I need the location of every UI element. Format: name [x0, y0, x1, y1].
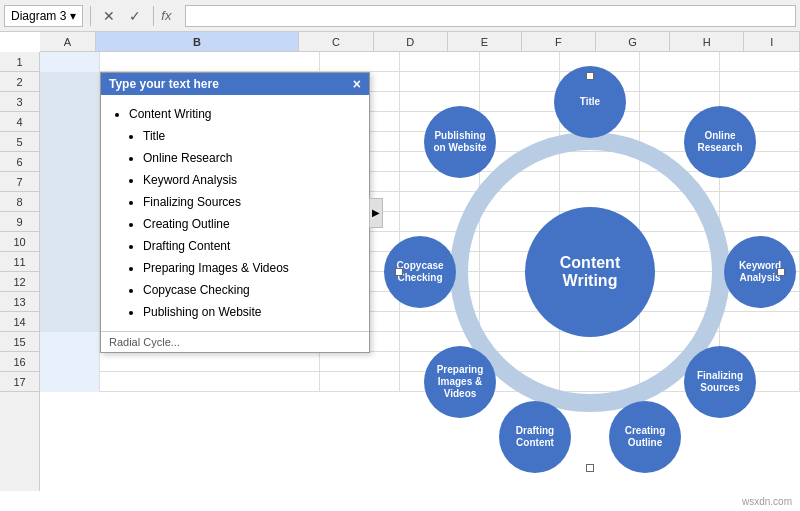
table-cell[interactable]	[100, 52, 320, 72]
node-online-research[interactable]: OnlineResearch	[684, 106, 756, 178]
formula-bar[interactable]	[185, 5, 796, 27]
table-cell[interactable]	[100, 372, 320, 392]
row-num-4[interactable]: 4	[0, 112, 39, 132]
row-num-15[interactable]: 15	[0, 332, 39, 352]
toolbar-separator-2	[153, 6, 154, 26]
row-num-6[interactable]: 6	[0, 152, 39, 172]
row-num-5[interactable]: 5	[0, 132, 39, 152]
col-header-d[interactable]: D	[374, 32, 448, 51]
text-panel: Type your text here × Content Writing Ti…	[100, 72, 370, 353]
table-cell[interactable]	[40, 232, 100, 252]
node-preparing-images[interactable]: PreparingImages &Videos	[424, 346, 496, 418]
list-item: Preparing Images & Videos	[143, 257, 359, 279]
node-creating-outline[interactable]: CreatingOutline	[609, 401, 681, 473]
col-header-i[interactable]: I	[744, 32, 800, 51]
list-item: Online Research	[143, 147, 359, 169]
center-circle[interactable]: ContentWriting	[525, 207, 655, 337]
table-cell[interactable]	[40, 252, 100, 272]
table-cell[interactable]	[40, 332, 100, 352]
text-panel-body[interactable]: Content Writing Title Online Research Ke…	[101, 95, 369, 331]
list-item: Title	[143, 125, 359, 147]
node-keyword-analysis[interactable]: KeywordAnalysis	[724, 236, 796, 308]
table-cell[interactable]	[40, 172, 100, 192]
table-cell[interactable]	[40, 352, 100, 372]
list-item: Keyword Analysis	[143, 169, 359, 191]
table-cell[interactable]	[40, 192, 100, 212]
table-cell[interactable]	[40, 312, 100, 332]
table-cell[interactable]	[40, 292, 100, 312]
col-header-f[interactable]: F	[522, 32, 596, 51]
footer-label: Radial Cycle...	[109, 336, 180, 348]
diagram-area[interactable]: ContentWriting Title OnlineResearch Keyw…	[380, 52, 800, 491]
col-header-b[interactable]: B	[96, 32, 300, 51]
table-cell[interactable]	[40, 72, 100, 92]
col-header-h[interactable]: H	[670, 32, 744, 51]
row-num-16[interactable]: 16	[0, 352, 39, 372]
table-cell[interactable]	[40, 112, 100, 132]
handle-top[interactable]	[586, 72, 594, 80]
table-cell[interactable]	[40, 212, 100, 232]
row-num-2[interactable]: 2	[0, 72, 39, 92]
list-item: Drafting Content	[143, 235, 359, 257]
handle-bottom[interactable]	[586, 464, 594, 472]
table-cell[interactable]	[40, 272, 100, 292]
node-finalizing-sources[interactable]: FinalizingSources	[684, 346, 756, 418]
row-num-10[interactable]: 10	[0, 232, 39, 252]
row-num-1[interactable]: 1	[0, 52, 39, 72]
root-item: Content Writing	[129, 103, 359, 125]
toolbar: Diagram 3 ▾ ✕ ✓ fx	[0, 0, 800, 32]
column-headers: A B C D E F G H I	[40, 32, 800, 52]
row-num-13[interactable]: 13	[0, 292, 39, 312]
row-num-14[interactable]: 14	[0, 312, 39, 332]
list-item: Creating Outline	[143, 213, 359, 235]
fx-label: fx	[161, 8, 171, 23]
text-panel-footer: Radial Cycle...	[101, 331, 369, 352]
list-item: Copycase Checking	[143, 279, 359, 301]
list-item: Finalizing Sources	[143, 191, 359, 213]
radial-diagram: ContentWriting Title OnlineResearch Keyw…	[390, 62, 790, 482]
node-drafting-content[interactable]: DraftingContent	[499, 401, 571, 473]
row-num-8[interactable]: 8	[0, 192, 39, 212]
diagram-name: Diagram 3	[11, 9, 66, 23]
col-header-g[interactable]: G	[596, 32, 670, 51]
row-num-9[interactable]: 9	[0, 212, 39, 232]
chevron-down-icon: ▾	[70, 9, 76, 23]
grid-cells[interactable]: Type your text here × Content Writing Ti…	[40, 52, 800, 491]
row-num-17[interactable]: 17	[0, 372, 39, 392]
row-numbers: 1 2 3 4 5 6 7 8 9 10 11 12 13 14 15 16 1…	[0, 52, 40, 491]
table-cell[interactable]	[40, 132, 100, 152]
row-num-3[interactable]: 3	[0, 92, 39, 112]
handle-right[interactable]	[777, 268, 785, 276]
text-panel-close-button[interactable]: ×	[353, 77, 361, 91]
table-cell[interactable]	[100, 352, 320, 372]
table-cell[interactable]	[40, 152, 100, 172]
row-num-11[interactable]: 11	[0, 252, 39, 272]
diagram-dropdown[interactable]: Diagram 3 ▾	[4, 5, 83, 27]
row-num-12[interactable]: 12	[0, 272, 39, 292]
col-header-e[interactable]: E	[448, 32, 522, 51]
text-panel-header: Type your text here ×	[101, 73, 369, 95]
row-num-7[interactable]: 7	[0, 172, 39, 192]
text-panel-title: Type your text here	[109, 77, 219, 91]
table-cell[interactable]	[40, 372, 100, 392]
close-button[interactable]: ✕	[98, 5, 120, 27]
node-publishing[interactable]: Publishingon Website	[424, 106, 496, 178]
list-item: Publishing on Website	[143, 301, 359, 323]
table-cell[interactable]	[40, 52, 100, 72]
table-cell[interactable]	[40, 92, 100, 112]
panel-scroll-right[interactable]: ▶	[369, 198, 383, 228]
handle-left[interactable]	[395, 268, 403, 276]
watermark: wsxdn.com	[742, 496, 792, 507]
grid-area: 1 2 3 4 5 6 7 8 9 10 11 12 13 14 15 16 1…	[0, 52, 800, 491]
col-header-c[interactable]: C	[299, 32, 373, 51]
check-button[interactable]: ✓	[124, 5, 146, 27]
toolbar-separator-1	[90, 6, 91, 26]
col-header-a[interactable]: A	[40, 32, 96, 51]
